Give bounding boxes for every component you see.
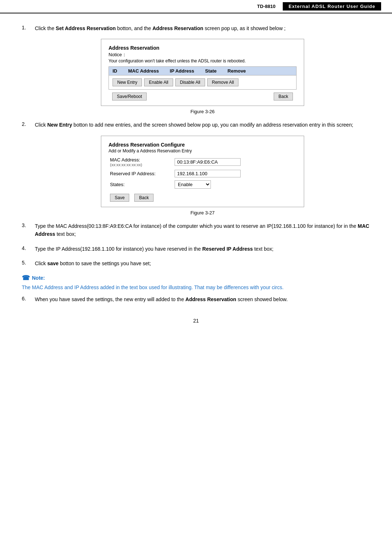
step-2-text-mid: botton to add new entries, and the scree… (72, 122, 353, 128)
note-section: ☎ Note: The MAC Address and IP Address a… (22, 274, 370, 291)
col-state: State (205, 68, 217, 74)
step-2-text: Click New Entry botton to add new entrie… (35, 121, 370, 129)
note-label-text: Note: (32, 275, 45, 281)
step-1-text: Click the Set Address Reservation botton… (35, 24, 370, 32)
step-5-text-main: Click (35, 260, 47, 266)
step-1-text-before: Click the (35, 25, 56, 31)
figure-2-caption: Figure 3-27 (191, 210, 215, 216)
disable-all-button[interactable]: Disable All (175, 78, 205, 86)
step-4-text-after: text box; (253, 246, 274, 252)
model-number: TD-8810 (257, 4, 275, 9)
guide-title: External ADSL Router User Guide (283, 2, 381, 11)
step-4: 4. Type the IP Address(192.168.1.100 for… (22, 245, 370, 253)
step-4-num: 4. (22, 245, 35, 251)
figure-1-container: Address Reservation Notice： Your configu… (35, 39, 370, 114)
mac-address-sublabel: (xx:xx:xx:xx:xx:xx) (110, 163, 172, 167)
mac-label-col: MAC Address: (xx:xx:xx:xx:xx:xx) (110, 157, 172, 167)
save-reboot-button[interactable]: Save/Reboot (112, 93, 147, 100)
step-4-text: Type the IP Address(192.168.1.100 for in… (35, 245, 370, 253)
ip-address-input[interactable] (175, 170, 241, 177)
step-4-bold: Reserved IP Address (202, 246, 253, 252)
figure-2-box: Address Reservation Configure Add or Mod… (101, 136, 304, 207)
arc-buttons: Save Back (110, 194, 295, 202)
col-ip: IP Address (170, 68, 194, 74)
states-select[interactable]: Enable Disable (175, 180, 211, 189)
states-field-row: States: Enable Disable (110, 180, 295, 189)
step-6: 6. When you have saved the settings, the… (22, 295, 370, 303)
arc-back-button[interactable]: Back (134, 194, 154, 202)
figure-1-box: Address Reservation Notice： Your configu… (101, 39, 304, 106)
figure-1-caption: Figure 3-26 (191, 109, 215, 114)
step-5-bold: save (47, 260, 58, 266)
arc-save-button[interactable]: Save (110, 194, 129, 202)
ar-bottom-row: Save/Reboot Back (109, 93, 297, 100)
step-3: 3. Type the MAC Address(00:13:8F:A9:E6:C… (22, 222, 370, 238)
main-content: 1. Click the Set Address Reservation bot… (0, 21, 392, 338)
step-1-text-after: screen pop up, as it showed below ; (203, 25, 285, 31)
step-1-text-mid: botton, and the (116, 25, 152, 31)
step-6-num: 6. (22, 295, 35, 301)
page-header: TD-8810 External ADSL Router User Guide (0, 0, 392, 13)
col-mac: MAC Address (128, 68, 159, 74)
arc-form: MAC Address: (xx:xx:xx:xx:xx:xx) Reserve… (109, 157, 297, 202)
mac-address-input[interactable] (175, 158, 241, 166)
step-4-text-main: Type the IP Address(192.168.1.100 for in… (35, 246, 202, 252)
ip-field-row: Reserved IP Address: (110, 170, 295, 177)
step-6-bold: Address Reservation (185, 296, 236, 302)
ip-address-label: Reserved IP Address: (110, 171, 172, 176)
note-text: The MAC Address and IP Address added in … (22, 283, 370, 291)
step-6-text-after: screen showed below. (236, 296, 288, 302)
arc-title: Address Reservation Configure (109, 142, 297, 148)
step-5: 5. Click save botton to save the setting… (22, 259, 370, 267)
ar-notice-label: Notice： (109, 52, 297, 58)
ar-buttons-row: New Entry Enable All Disable All Remove … (109, 75, 297, 90)
step-5-num: 5. (22, 259, 35, 266)
figure-2-container: Address Reservation Configure Add or Mod… (35, 136, 370, 216)
ar-title: Address Reservation (109, 45, 297, 51)
step-6-text: When you have saved the settings, the ne… (35, 295, 370, 303)
remove-all-button[interactable]: Remove All (207, 78, 239, 86)
step-3-text-after: text box; (55, 231, 76, 237)
step-2: 2. Click New Entry botton to add new ent… (22, 121, 370, 129)
note-icon: ☎ (22, 274, 30, 282)
step-1-bold1: Set Address Reservation (56, 25, 116, 31)
enable-all-button[interactable]: Enable All (144, 78, 173, 86)
col-id: ID (113, 68, 117, 74)
col-remove: Remove (228, 68, 246, 74)
step-5-text-after: botton to save the settings you have set… (58, 260, 151, 266)
page-number: 21 (22, 318, 370, 324)
ar-table-header: ID MAC Address IP Address State Remove (109, 66, 297, 75)
arc-subtitle: Add or Modify a Address Reservation Entr… (109, 148, 297, 153)
step-3-text-main: Type the MAC Address(00:13:8F:A9:E6:CA f… (35, 223, 358, 229)
step-1: 1. Click the Set Address Reservation bot… (22, 24, 370, 32)
new-entry-button[interactable]: New Entry (113, 78, 142, 86)
ar-notice-text: Your configuration won't take effect unl… (109, 58, 297, 63)
step-1-bold2: Address Reservation (152, 25, 203, 31)
back-button-1[interactable]: Back (274, 93, 293, 100)
step-5-text: Click save botton to save the settings y… (35, 259, 370, 267)
step-2-bold1: New Entry (47, 122, 72, 128)
mac-address-label: MAC Address: (110, 157, 172, 163)
step-3-text: Type the MAC Address(00:13:8F:A9:E6:CA f… (35, 222, 370, 238)
step-2-text-before: Click (35, 122, 47, 128)
mac-field-row: MAC Address: (xx:xx:xx:xx:xx:xx) (110, 157, 295, 167)
step-1-num: 1. (22, 24, 35, 30)
step-3-num: 3. (22, 222, 35, 228)
step-6-text-main: When you have saved the settings, the ne… (35, 296, 185, 302)
note-label: ☎ Note: (22, 274, 370, 282)
step-2-num: 2. (22, 121, 35, 127)
states-label: States: (110, 182, 172, 187)
